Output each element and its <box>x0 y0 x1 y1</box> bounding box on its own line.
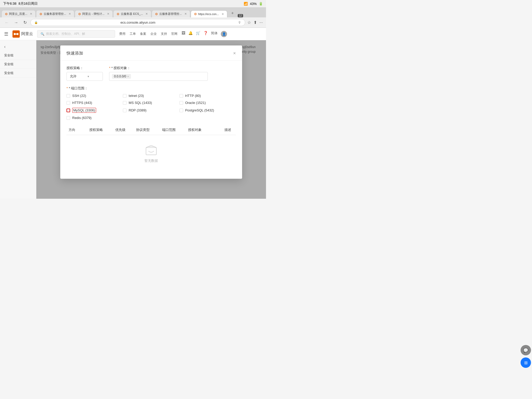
bell-icon[interactable]: 🔔 <box>188 31 193 37</box>
checkbox-ssh[interactable]: SSH (22) <box>66 94 123 98</box>
sidebar-item-1[interactable]: 安全组 <box>0 51 36 60</box>
sidebar-back-button[interactable]: ‹ <box>0 42 36 51</box>
checkbox-mssql[interactable]: MS SQL (1433) <box>123 101 179 105</box>
tab-6[interactable]: ⊙ https://ecs.con... ✕ <box>191 10 227 17</box>
forward-button[interactable]: → <box>12 19 20 26</box>
checkbox-oracle-box[interactable] <box>179 101 183 105</box>
checkbox-oracle[interactable]: Oracle (1521) <box>179 101 236 105</box>
nav-link-beian[interactable]: 备案 <box>140 32 146 36</box>
url-bar[interactable]: 🔒 ecs.console.aliyun.com 🎙 <box>30 19 245 26</box>
image-icon[interactable]: 🖼 <box>182 31 185 37</box>
checkbox-https[interactable]: HTTPS (443) <box>66 101 123 105</box>
checkbox-postgresql[interactable]: PostgreSQL (5432) <box>179 108 236 113</box>
table-col-authpolicy: 授权策略 <box>87 128 113 132</box>
sidebar-item-2[interactable]: 安全组 <box>0 60 36 69</box>
search-icon: 🔍 <box>41 32 44 36</box>
avatar[interactable]: 👤 <box>221 31 227 37</box>
checkbox-http[interactable]: HTTP (80) <box>179 94 236 98</box>
lock-icon: 🔒 <box>34 21 38 24</box>
tab-1-icon: ⊙ <box>5 12 8 16</box>
checkbox-http-box[interactable] <box>179 94 183 98</box>
table-section: 方向 授权策略 优先级 协议类型 端口范围 授权对象 描述 <box>66 125 236 174</box>
auth-policy-select[interactable]: 允许 ▼ <box>66 72 103 81</box>
checkbox-telnet-label: telnet (23) <box>129 94 144 98</box>
share-icon[interactable]: ⬆ <box>254 20 257 25</box>
nav-icons: 🖼 🔔 🛒 ❓ 简体 👤 <box>182 31 227 37</box>
tab-4-close[interactable]: ✕ <box>145 12 148 16</box>
tab-2-close[interactable]: ✕ <box>69 12 71 16</box>
port-range-section: * * 端口范围： SSH (22) <box>66 86 236 120</box>
modal-title: 快速添加 <box>66 51 83 56</box>
lang-label[interactable]: 简体 <box>211 31 218 37</box>
tab-3-close[interactable]: ✕ <box>107 12 109 16</box>
auth-target-field: * * 授权对象： 0.0.0.0/0 × <box>109 66 208 81</box>
menu-icon[interactable]: ☰ <box>4 31 8 37</box>
nav-search[interactable]: 🔍 搜索文档、控制台、API、解 <box>37 30 115 38</box>
checkbox-rdp-box[interactable] <box>123 109 127 112</box>
checkbox-postgresql-box[interactable] <box>179 109 183 112</box>
reload-button[interactable]: ↻ <box>22 19 28 26</box>
url-text: ecs.console.aliyun.com <box>39 21 236 24</box>
checkbox-mysql-box[interactable] <box>66 109 70 112</box>
status-bar: 下午6:38 8月16日周日 📶 43% 🔋 <box>0 0 266 7</box>
tab-3-label: 阿里云 - 弹性计... <box>82 12 104 16</box>
table-col-desc: 描述 <box>222 128 236 132</box>
tab-count-badge: 12 <box>238 14 243 17</box>
modal-body: 授权策略： 允许 ▼ * * 授权对象： <box>60 61 242 179</box>
checkbox-http-label: HTTP (80) <box>185 94 201 98</box>
port-range-label: * * 端口范围： <box>66 86 236 91</box>
checkbox-rdp[interactable]: RDP (3389) <box>123 108 179 113</box>
more-icon[interactable]: ··· <box>260 20 263 25</box>
modal-header: 快速添加 × <box>60 45 242 61</box>
tab-1[interactable]: ⊙ 阿里云_百度... ✕ <box>2 10 36 17</box>
logo-text: 阿里云 <box>21 31 33 36</box>
checkbox-telnet[interactable]: telnet (23) <box>123 94 179 98</box>
modal-close-button[interactable]: × <box>233 51 236 56</box>
nav-link-feiyong[interactable]: 费用 <box>119 32 125 36</box>
empty-icon <box>145 145 158 156</box>
nav-link-qiye[interactable]: 企业 <box>150 32 157 36</box>
nav-link-gongdan[interactable]: 工单 <box>130 32 136 36</box>
cart-icon[interactable]: 🛒 <box>196 31 200 37</box>
table-col-priority: 优先级 <box>113 128 134 132</box>
tab-1-close[interactable]: ✕ <box>30 12 32 16</box>
page-background: sg-2ze5ru3jzfp71g4qvxx7/ sg-2ze5ru3jzfp7… <box>36 40 266 199</box>
bookmark-icon[interactable]: ☆ <box>247 20 251 25</box>
tag-remove-button[interactable]: × <box>127 75 129 78</box>
battery-icon: 🔋 <box>259 2 263 6</box>
checkbox-redis-box[interactable] <box>66 116 70 120</box>
checkbox-https-label: HTTPS (443) <box>72 101 92 105</box>
sidebar-item-3[interactable]: 安全组 <box>0 69 36 78</box>
help-icon[interactable]: ❓ <box>203 31 208 37</box>
wifi-icon: 📶 <box>244 2 248 6</box>
tab-5-close[interactable]: ✕ <box>184 12 187 16</box>
auth-policy-value: 允许 <box>70 74 77 79</box>
logo-icon <box>12 30 20 38</box>
tab-2-label: 云服务器管理控... <box>44 12 66 16</box>
browser-content: ☰ 阿里云 🔍 搜索文档、控制台、API、解 费用 工单 备案 <box>0 28 266 199</box>
new-tab-button[interactable]: ＋ <box>228 9 237 17</box>
nav-link-zhichi[interactable]: 支持 <box>161 32 167 36</box>
tab-6-close[interactable]: ✕ <box>222 12 224 16</box>
checkbox-https-box[interactable] <box>66 101 70 105</box>
back-button[interactable]: ← <box>3 19 10 26</box>
checkbox-telnet-box[interactable] <box>123 94 127 98</box>
checkbox-ssh-box[interactable] <box>66 94 70 98</box>
tab-6-icon: ⊙ <box>194 12 197 16</box>
tab-5[interactable]: ⊙ 云服务器管理控... ✕ <box>152 10 190 17</box>
checkbox-redis[interactable]: Redis (6379) <box>66 116 123 120</box>
checkbox-mysql-label: MySQL (3306) <box>72 108 96 113</box>
tab-4[interactable]: ⊙ 云服务器 ECS_... ✕ <box>113 10 151 17</box>
checkbox-mysql[interactable]: MySQL (3306) <box>66 108 123 113</box>
checkbox-mssql-box[interactable] <box>123 101 127 105</box>
checkbox-mssql-label: MS SQL (1433) <box>129 101 152 105</box>
tab-2[interactable]: ⊙ 云服务器管理控... ✕ <box>36 10 74 17</box>
status-date: 8月16日周日 <box>18 1 38 6</box>
aliyun-logo: 阿里云 <box>12 30 33 38</box>
auth-target-input[interactable]: 0.0.0.0/0 × <box>109 72 208 81</box>
tab-bar: ⊙ 阿里云_百度... ✕ ⊙ 云服务器管理控... ✕ ⊙ 阿里云 - 弹性计… <box>0 7 266 17</box>
tab-3-icon: ⊙ <box>78 12 81 16</box>
auth-target-label: * * 授权对象： <box>109 66 208 70</box>
nav-link-guanwang[interactable]: 官网 <box>171 32 177 36</box>
tab-3[interactable]: ⊙ 阿里云 - 弹性计... ✕ <box>75 10 113 17</box>
